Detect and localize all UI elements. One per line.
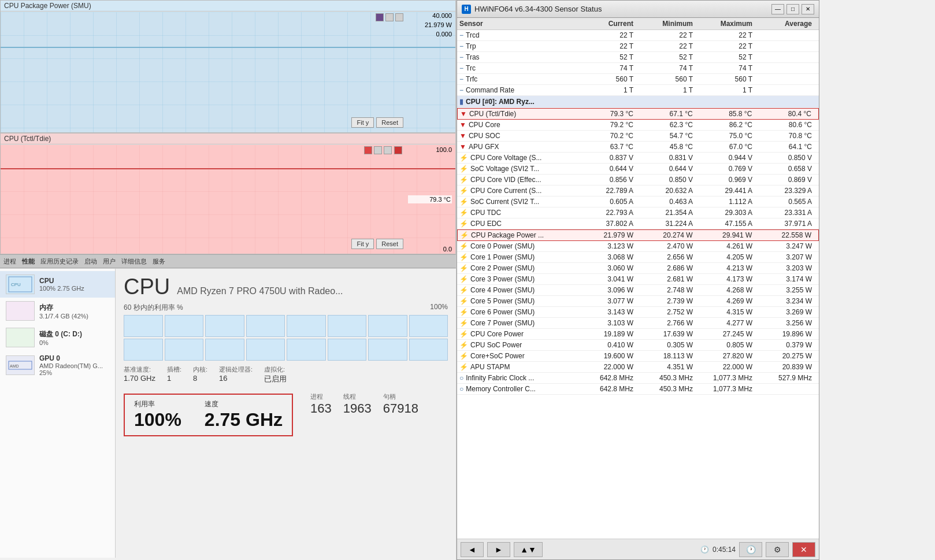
taskbar-item-4[interactable]: 用户 <box>103 257 116 266</box>
table-row[interactable]: ⚡ Core 2 Power (SMU) 3.060 W 2.686 W 4.2… <box>457 263 819 274</box>
taskbar-item-5[interactable]: 详细信息 <box>121 257 147 266</box>
table-row[interactable]: ⚡ Core 7 Power (SMU) 3.103 W 2.766 W 4.2… <box>457 318 819 329</box>
chart-top-controls: 40.000 21.979 W 0.000 <box>425 12 453 38</box>
core-cell-8 <box>124 339 163 361</box>
table-row[interactable]: ⚡ Core 6 Power (SMU) 3.143 W 2.752 W 4.3… <box>457 307 819 318</box>
sensor-current: 642.8 MHz <box>578 374 638 382</box>
table-row[interactable]: ▮CPU [#0]: AMD Ryz... <box>457 96 819 108</box>
nav-forward-btn[interactable]: ► <box>487 542 510 557</box>
sidebar-item-mem[interactable]: 内存 3.1/7.4 GB (42%) <box>0 298 115 324</box>
sensor-max: 27.820 W <box>697 352 757 360</box>
hwinfo-table-body[interactable]: − Trcd 22 T 22 T 22 T − Trp 22 T 22 T 22… <box>457 30 819 539</box>
proc-stat-2: 句柄 67918 <box>383 392 418 416</box>
reset-btn-bottom[interactable]: Reset <box>376 239 403 249</box>
table-row[interactable]: ▼ APU GFX 63.7 °C 45.8 °C 67.0 °C 64.1 °… <box>457 142 819 153</box>
table-row[interactable]: ⚡ SoC Current (SVI2 T... 0.605 A 0.463 A… <box>457 196 819 207</box>
power-icon: ⚡ <box>460 231 469 239</box>
fit-y-btn-bottom[interactable]: Fit y <box>351 239 374 249</box>
table-row[interactable]: ⚡ CPU Core Voltage (S... 0.837 V 0.831 V… <box>457 153 819 164</box>
sensor-current: 3.096 W <box>578 286 638 294</box>
hwinfo-icon: H <box>462 5 471 14</box>
table-row[interactable]: − Command Rate 1 T 1 T 1 T <box>457 85 819 96</box>
table-row[interactable]: ⚡ CPU TDC 22.793 A 21.354 A 29.303 A 23.… <box>457 207 819 218</box>
sensor-min: 2.766 W <box>638 319 697 327</box>
table-row[interactable]: ○ Memory Controller C... 642.8 MHz 450.3… <box>457 384 819 395</box>
maximize-btn[interactable]: □ <box>786 4 799 14</box>
minus-icon: − <box>459 53 463 61</box>
power-icon: ⚡ <box>459 253 468 261</box>
sensor-current: 3.060 W <box>578 264 638 272</box>
sensor-max: 29.941 W <box>697 231 757 239</box>
table-row[interactable]: ▼ CPU (Tctl/Tdie) 79.3 °C 67.1 °C 85.8 °… <box>457 108 819 120</box>
table-row[interactable]: ⚡ Core 4 Power (SMU) 3.096 W 2.748 W 4.2… <box>457 285 819 296</box>
sidebar-item-disk[interactable]: 磁盘 0 (C: D:) 0% <box>0 324 115 351</box>
close-btn[interactable]: ✕ <box>802 4 814 14</box>
nav-back-btn[interactable]: ◄ <box>461 542 484 557</box>
sensor-current: 52 T <box>578 53 638 61</box>
sensor-min: 2.748 W <box>638 286 697 294</box>
sensor-current: 19.600 W <box>578 352 638 360</box>
table-row[interactable]: ▼ CPU SOC 70.2 °C 54.7 °C 75.0 °C 70.8 °… <box>457 131 819 142</box>
sensor-name: ⚡ Core 4 Power (SMU) <box>459 286 578 294</box>
sidebar-cpu-area: CPU CPU 100% 2.75 GHz 内存 3.1/7.4 GB (42%… <box>0 268 456 558</box>
table-row[interactable]: − Trp 22 T 22 T 22 T <box>457 41 819 52</box>
taskbar-item-6[interactable]: 服务 <box>153 257 165 266</box>
table-row[interactable]: ⚡ Core 0 Power (SMU) 3.123 W 2.470 W 4.2… <box>457 241 819 252</box>
table-row[interactable]: − Trc 74 T 74 T 74 T <box>457 63 819 74</box>
table-row[interactable]: ⚡ APU STAPM 22.000 W 4.351 W 22.000 W 20… <box>457 362 819 373</box>
table-row[interactable]: ⚡ SoC Voltage (SVI2 T... 0.644 V 0.644 V… <box>457 164 819 175</box>
taskbar-item-3[interactable]: 启动 <box>84 257 97 266</box>
hwinfo-bottombar: ◄ ► ▲▼ 🕐 0:45:14 🕐 ⚙ ✕ <box>457 539 819 559</box>
table-row[interactable]: − Tras 52 T 52 T 52 T <box>457 52 819 63</box>
color-box-red-inner <box>394 146 402 154</box>
sensor-min: 20.632 A <box>638 187 697 195</box>
table-row[interactable]: ⚡ CPU Core Power 19.189 W 17.639 W 27.24… <box>457 329 819 340</box>
table-row[interactable]: ⚡ CPU Core Current (S... 22.789 A 20.632… <box>457 186 819 196</box>
sensor-avg: 0.850 V <box>757 154 817 162</box>
reset-btn-top[interactable]: Reset <box>376 117 403 128</box>
sensor-max: 85.8 °C <box>697 110 757 118</box>
sensor-max: 0.805 W <box>697 341 757 349</box>
hwinfo-table-header: Sensor Current Minimum Maximum Average <box>457 18 819 30</box>
minimize-btn[interactable]: — <box>771 4 784 14</box>
taskbar: 进程 性能 应用历史记录 启动 用户 详细信息 服务 <box>0 254 456 268</box>
table-row[interactable]: ⚡ CPU Core VID (Effec... 0.856 V 0.850 V… <box>457 175 819 186</box>
sensor-min: 45.8 °C <box>638 143 697 151</box>
clock-btn[interactable]: 🕐 <box>739 542 762 557</box>
sensor-max: 4.315 W <box>697 308 757 316</box>
table-row[interactable]: ▼ CPU Core 79.2 °C 62.3 °C 86.2 °C 80.6 … <box>457 120 819 131</box>
table-row[interactable]: ⚡ Core+SoC Power 19.600 W 18.113 W 27.82… <box>457 351 819 362</box>
table-row[interactable]: ⚡ CPU EDC 37.802 A 31.224 A 47.155 A 37.… <box>457 218 819 229</box>
taskbar-item-0[interactable]: 进程 <box>3 257 16 266</box>
sensor-max: 0.944 V <box>697 154 757 162</box>
sensor-max: 52 T <box>697 53 757 61</box>
sensor-current: 3.068 W <box>578 253 638 261</box>
chart-line-bottom <box>1 168 455 169</box>
fit-y-btn-top[interactable]: Fit y <box>351 117 374 128</box>
sensor-max: 4.268 W <box>697 286 757 294</box>
table-row[interactable]: ⚡ CPU SoC Power 0.410 W 0.305 W 0.805 W … <box>457 340 819 351</box>
table-row[interactable]: − Trfc 560 T 560 T 560 T <box>457 74 819 85</box>
y-max-b: 100.0 <box>408 146 452 153</box>
nav-up-btn[interactable]: ▲▼ <box>514 542 543 557</box>
sensor-max: 75.0 °C <box>697 132 757 140</box>
table-row[interactable]: − Trcd 22 T 22 T 22 T <box>457 30 819 41</box>
settings-btn[interactable]: ⚙ <box>766 542 789 557</box>
taskbar-item-2[interactable]: 应用历史记录 <box>40 257 79 266</box>
sidebar-item-gpu[interactable]: AMD GPU 0 AMD Radeon(TM) G... 25% <box>0 351 115 380</box>
disk-sidebar-name: 磁盘 0 (C: D:) <box>39 329 82 339</box>
taskbar-item-1[interactable]: 性能 <box>22 257 35 266</box>
power-icon: ⚡ <box>459 341 468 349</box>
speed-label: 速度 <box>205 399 283 409</box>
sensor-avg: 0.658 V <box>757 165 817 173</box>
table-row[interactable]: ○ Infinity Fabric Clock ... 642.8 MHz 45… <box>457 373 819 384</box>
mem-sidebar-val: 3.1/7.4 GB (42%) <box>39 313 88 320</box>
color-box-red <box>394 146 402 154</box>
table-row[interactable]: ⚡ Core 1 Power (SMU) 3.068 W 2.656 W 4.2… <box>457 252 819 263</box>
table-row[interactable]: ⚡ Core 5 Power (SMU) 3.077 W 2.739 W 4.2… <box>457 296 819 307</box>
table-row[interactable]: ⚡ Core 3 Power (SMU) 3.041 W 2.681 W 4.1… <box>457 274 819 285</box>
sensor-name: ⚡ CPU Core Power <box>459 330 578 338</box>
table-row[interactable]: ⚡ CPU Package Power ... 21.979 W 20.274 … <box>457 229 819 241</box>
close-btn-bottom[interactable]: ✕ <box>792 542 815 557</box>
sidebar-item-cpu[interactable]: CPU CPU 100% 2.75 GHz <box>0 271 115 298</box>
